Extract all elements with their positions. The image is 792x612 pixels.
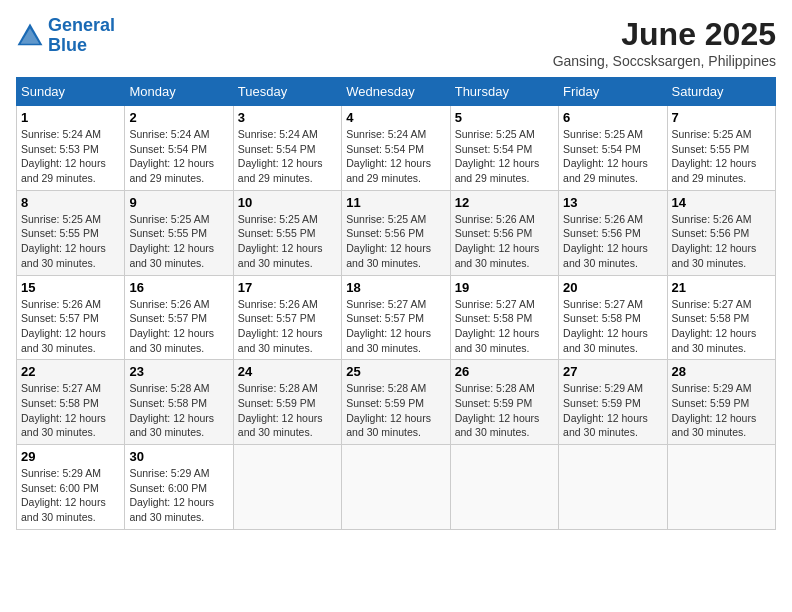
column-header-tuesday: Tuesday xyxy=(233,78,341,106)
day-info: Sunrise: 5:25 AM Sunset: 5:55 PM Dayligh… xyxy=(238,212,337,271)
calendar-day-4: 4Sunrise: 5:24 AM Sunset: 5:54 PM Daylig… xyxy=(342,106,450,191)
calendar-day-17: 17Sunrise: 5:26 AM Sunset: 5:57 PM Dayli… xyxy=(233,275,341,360)
calendar-day-26: 26Sunrise: 5:28 AM Sunset: 5:59 PM Dayli… xyxy=(450,360,558,445)
calendar-day-28: 28Sunrise: 5:29 AM Sunset: 5:59 PM Dayli… xyxy=(667,360,775,445)
day-number: 24 xyxy=(238,364,337,379)
calendar-day-9: 9Sunrise: 5:25 AM Sunset: 5:55 PM Daylig… xyxy=(125,190,233,275)
day-info: Sunrise: 5:29 AM Sunset: 5:59 PM Dayligh… xyxy=(563,381,662,440)
calendar-day-10: 10Sunrise: 5:25 AM Sunset: 5:55 PM Dayli… xyxy=(233,190,341,275)
calendar-day-12: 12Sunrise: 5:26 AM Sunset: 5:56 PM Dayli… xyxy=(450,190,558,275)
calendar-day-8: 8Sunrise: 5:25 AM Sunset: 5:55 PM Daylig… xyxy=(17,190,125,275)
day-info: Sunrise: 5:27 AM Sunset: 5:58 PM Dayligh… xyxy=(455,297,554,356)
day-number: 3 xyxy=(238,110,337,125)
day-number: 6 xyxy=(563,110,662,125)
day-info: Sunrise: 5:26 AM Sunset: 5:56 PM Dayligh… xyxy=(672,212,771,271)
calendar-week-4: 22Sunrise: 5:27 AM Sunset: 5:58 PM Dayli… xyxy=(17,360,776,445)
calendar-day-27: 27Sunrise: 5:29 AM Sunset: 5:59 PM Dayli… xyxy=(559,360,667,445)
calendar-day-13: 13Sunrise: 5:26 AM Sunset: 5:56 PM Dayli… xyxy=(559,190,667,275)
empty-cell xyxy=(342,445,450,530)
calendar-week-1: 1Sunrise: 5:24 AM Sunset: 5:53 PM Daylig… xyxy=(17,106,776,191)
day-number: 26 xyxy=(455,364,554,379)
day-number: 1 xyxy=(21,110,120,125)
column-header-saturday: Saturday xyxy=(667,78,775,106)
calendar-day-1: 1Sunrise: 5:24 AM Sunset: 5:53 PM Daylig… xyxy=(17,106,125,191)
day-info: Sunrise: 5:24 AM Sunset: 5:53 PM Dayligh… xyxy=(21,127,120,186)
day-info: Sunrise: 5:29 AM Sunset: 5:59 PM Dayligh… xyxy=(672,381,771,440)
day-info: Sunrise: 5:26 AM Sunset: 5:57 PM Dayligh… xyxy=(21,297,120,356)
calendar-day-23: 23Sunrise: 5:28 AM Sunset: 5:58 PM Dayli… xyxy=(125,360,233,445)
logo-text: General Blue xyxy=(48,16,115,56)
calendar-day-25: 25Sunrise: 5:28 AM Sunset: 5:59 PM Dayli… xyxy=(342,360,450,445)
day-number: 27 xyxy=(563,364,662,379)
calendar-table: SundayMondayTuesdayWednesdayThursdayFrid… xyxy=(16,77,776,530)
day-number: 11 xyxy=(346,195,445,210)
day-info: Sunrise: 5:28 AM Sunset: 5:59 PM Dayligh… xyxy=(346,381,445,440)
day-number: 8 xyxy=(21,195,120,210)
day-number: 12 xyxy=(455,195,554,210)
calendar-day-5: 5Sunrise: 5:25 AM Sunset: 5:54 PM Daylig… xyxy=(450,106,558,191)
day-info: Sunrise: 5:24 AM Sunset: 5:54 PM Dayligh… xyxy=(129,127,228,186)
calendar-day-16: 16Sunrise: 5:26 AM Sunset: 5:57 PM Dayli… xyxy=(125,275,233,360)
calendar-day-14: 14Sunrise: 5:26 AM Sunset: 5:56 PM Dayli… xyxy=(667,190,775,275)
column-header-thursday: Thursday xyxy=(450,78,558,106)
day-number: 29 xyxy=(21,449,120,464)
day-info: Sunrise: 5:27 AM Sunset: 5:58 PM Dayligh… xyxy=(563,297,662,356)
day-number: 23 xyxy=(129,364,228,379)
day-info: Sunrise: 5:24 AM Sunset: 5:54 PM Dayligh… xyxy=(238,127,337,186)
day-number: 22 xyxy=(21,364,120,379)
day-info: Sunrise: 5:25 AM Sunset: 5:55 PM Dayligh… xyxy=(129,212,228,271)
day-number: 21 xyxy=(672,280,771,295)
day-number: 30 xyxy=(129,449,228,464)
day-number: 20 xyxy=(563,280,662,295)
day-info: Sunrise: 5:29 AM Sunset: 6:00 PM Dayligh… xyxy=(21,466,120,525)
day-info: Sunrise: 5:27 AM Sunset: 5:58 PM Dayligh… xyxy=(21,381,120,440)
calendar-week-2: 8Sunrise: 5:25 AM Sunset: 5:55 PM Daylig… xyxy=(17,190,776,275)
calendar-day-3: 3Sunrise: 5:24 AM Sunset: 5:54 PM Daylig… xyxy=(233,106,341,191)
calendar-day-30: 30Sunrise: 5:29 AM Sunset: 6:00 PM Dayli… xyxy=(125,445,233,530)
day-number: 10 xyxy=(238,195,337,210)
day-number: 9 xyxy=(129,195,228,210)
day-info: Sunrise: 5:25 AM Sunset: 5:54 PM Dayligh… xyxy=(455,127,554,186)
calendar-week-3: 15Sunrise: 5:26 AM Sunset: 5:57 PM Dayli… xyxy=(17,275,776,360)
empty-cell xyxy=(559,445,667,530)
calendar-day-24: 24Sunrise: 5:28 AM Sunset: 5:59 PM Dayli… xyxy=(233,360,341,445)
column-header-friday: Friday xyxy=(559,78,667,106)
day-info: Sunrise: 5:25 AM Sunset: 5:56 PM Dayligh… xyxy=(346,212,445,271)
day-info: Sunrise: 5:28 AM Sunset: 5:59 PM Dayligh… xyxy=(455,381,554,440)
day-info: Sunrise: 5:26 AM Sunset: 5:57 PM Dayligh… xyxy=(129,297,228,356)
day-info: Sunrise: 5:28 AM Sunset: 5:58 PM Dayligh… xyxy=(129,381,228,440)
logo: General Blue xyxy=(16,16,115,56)
day-info: Sunrise: 5:27 AM Sunset: 5:58 PM Dayligh… xyxy=(672,297,771,356)
calendar-day-29: 29Sunrise: 5:29 AM Sunset: 6:00 PM Dayli… xyxy=(17,445,125,530)
calendar-day-20: 20Sunrise: 5:27 AM Sunset: 5:58 PM Dayli… xyxy=(559,275,667,360)
page-header: General Blue June 2025 Gansing, Soccsksa… xyxy=(16,16,776,69)
day-number: 7 xyxy=(672,110,771,125)
logo-icon xyxy=(16,22,44,50)
day-number: 18 xyxy=(346,280,445,295)
empty-cell xyxy=(450,445,558,530)
calendar-day-11: 11Sunrise: 5:25 AM Sunset: 5:56 PM Dayli… xyxy=(342,190,450,275)
calendar-week-5: 29Sunrise: 5:29 AM Sunset: 6:00 PM Dayli… xyxy=(17,445,776,530)
day-info: Sunrise: 5:26 AM Sunset: 5:56 PM Dayligh… xyxy=(455,212,554,271)
day-number: 19 xyxy=(455,280,554,295)
day-info: Sunrise: 5:26 AM Sunset: 5:57 PM Dayligh… xyxy=(238,297,337,356)
day-info: Sunrise: 5:26 AM Sunset: 5:56 PM Dayligh… xyxy=(563,212,662,271)
day-info: Sunrise: 5:25 AM Sunset: 5:54 PM Dayligh… xyxy=(563,127,662,186)
day-number: 4 xyxy=(346,110,445,125)
empty-cell xyxy=(667,445,775,530)
calendar-day-6: 6Sunrise: 5:25 AM Sunset: 5:54 PM Daylig… xyxy=(559,106,667,191)
calendar-day-15: 15Sunrise: 5:26 AM Sunset: 5:57 PM Dayli… xyxy=(17,275,125,360)
day-number: 14 xyxy=(672,195,771,210)
day-number: 16 xyxy=(129,280,228,295)
location: Gansing, Soccsksargen, Philippines xyxy=(553,53,776,69)
day-info: Sunrise: 5:27 AM Sunset: 5:57 PM Dayligh… xyxy=(346,297,445,356)
day-number: 2 xyxy=(129,110,228,125)
day-number: 28 xyxy=(672,364,771,379)
calendar-day-22: 22Sunrise: 5:27 AM Sunset: 5:58 PM Dayli… xyxy=(17,360,125,445)
column-header-monday: Monday xyxy=(125,78,233,106)
month-title: June 2025 xyxy=(553,16,776,53)
day-info: Sunrise: 5:28 AM Sunset: 5:59 PM Dayligh… xyxy=(238,381,337,440)
column-header-wednesday: Wednesday xyxy=(342,78,450,106)
calendar-day-19: 19Sunrise: 5:27 AM Sunset: 5:58 PM Dayli… xyxy=(450,275,558,360)
calendar-day-7: 7Sunrise: 5:25 AM Sunset: 5:55 PM Daylig… xyxy=(667,106,775,191)
